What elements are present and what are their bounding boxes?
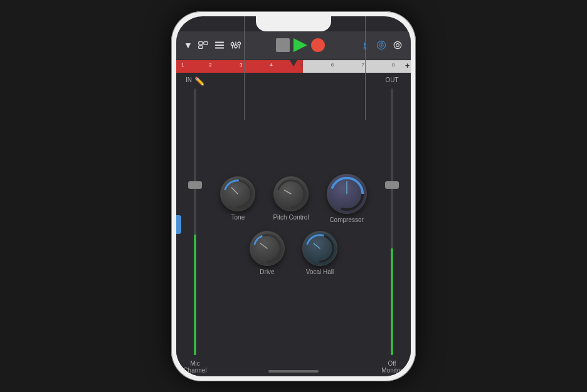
in-fader-thumb[interactable]	[188, 181, 202, 189]
toolbar: ▼	[176, 31, 411, 60]
compressor-knob-container: Compressor	[327, 174, 367, 223]
ruler-1: 1	[181, 62, 184, 68]
ruler-6: 6	[331, 62, 334, 68]
toolbar-left: ▼	[184, 40, 241, 51]
settings-icon[interactable]	[392, 40, 403, 51]
in-label: IN	[186, 77, 192, 83]
notch	[256, 16, 331, 31]
knobs-row-2: Drive Vocal Hall	[250, 231, 337, 275]
ruler-3: 3	[240, 62, 242, 68]
in-fader[interactable]	[194, 88, 196, 355]
playhead[interactable]	[290, 60, 297, 68]
pitch-control-knob-container: Pitch Control	[273, 176, 309, 221]
drive-label: Drive	[260, 268, 274, 275]
record-button[interactable]	[311, 38, 325, 52]
ruler-2: 2	[209, 62, 211, 68]
ruler-4: 4	[270, 62, 273, 68]
list-icon[interactable]	[214, 40, 225, 51]
compressor-knob[interactable]	[327, 174, 367, 214]
toolbar-right	[359, 40, 403, 51]
main-content: IN ✏️ Mic Channel	[176, 73, 411, 376]
compressor-label: Compressor	[329, 216, 363, 223]
svg-rect-4	[215, 45, 224, 46]
knobs-row-1: Tone Pitch Control	[220, 174, 366, 223]
knobs-area: Tone Pitch Control	[214, 73, 373, 376]
tone-knob[interactable]	[220, 176, 255, 211]
toolbar-center	[276, 38, 325, 52]
drive-knob[interactable]	[250, 231, 285, 266]
timeline[interactable]: 1 2 3 4 5 6 7 8 +	[176, 60, 411, 73]
ruler-8: 8	[392, 62, 394, 68]
svg-point-9	[231, 43, 234, 46]
channel-strip-in: IN ✏️ Mic Channel	[176, 73, 214, 376]
out-level-meter	[391, 248, 393, 355]
in-header: IN ✏️	[186, 77, 204, 86]
svg-line-24	[232, 188, 238, 194]
pitch-control-knob[interactable]	[273, 176, 309, 211]
svg-point-10	[235, 45, 238, 48]
svg-rect-5	[215, 48, 224, 49]
tone-knob-container: Tone	[220, 176, 255, 221]
annotation-line-right	[365, 16, 366, 120]
vocal-hall-knob[interactable]	[302, 231, 337, 266]
svg-line-35	[314, 243, 320, 248]
svg-line-17	[381, 41, 383, 43]
in-level-meter	[194, 235, 196, 354]
svg-point-18	[381, 45, 382, 46]
side-panel-indicator[interactable]	[176, 215, 181, 234]
track-view-icon[interactable]	[198, 40, 209, 51]
svg-rect-1	[204, 42, 208, 45]
ruler-7: 7	[361, 62, 364, 68]
add-bar-button[interactable]: +	[405, 61, 410, 70]
vocal-hall-knob-container: Vocal Hall	[302, 231, 337, 275]
out-channel-label: Off Monitor	[381, 360, 402, 374]
svg-rect-2	[199, 46, 203, 49]
channel-strip-out: OUT Off Monitor	[373, 73, 411, 376]
metronome-icon[interactable]	[376, 40, 387, 51]
pencil-icon: ✏️	[194, 77, 204, 86]
svg-marker-21	[290, 60, 297, 66]
svg-line-26	[284, 190, 291, 194]
svg-line-32	[260, 243, 267, 248]
svg-rect-3	[215, 42, 224, 43]
drive-knob-container: Drive	[250, 231, 285, 275]
out-fader-thumb[interactable]	[385, 181, 399, 189]
stop-button[interactable]	[276, 38, 290, 52]
vocal-hall-label: Vocal Hall	[306, 268, 334, 275]
phone-screen: ▼	[176, 16, 411, 376]
tone-label: Tone	[231, 214, 245, 221]
phone-device: ▼	[171, 11, 416, 381]
pitch-control-label: Pitch Control	[273, 214, 309, 221]
out-fader[interactable]	[391, 88, 393, 355]
in-channel-label: Mic Channel	[183, 360, 206, 374]
svg-rect-0	[199, 42, 203, 45]
mixer-sliders-icon[interactable]	[230, 40, 241, 51]
ruler-5: 5	[300, 62, 303, 68]
play-button[interactable]	[294, 38, 307, 52]
out-label: OUT	[385, 77, 398, 83]
svg-point-11	[238, 42, 241, 45]
dropdown-icon[interactable]: ▼	[184, 40, 193, 50]
annotation-line-left	[244, 16, 245, 120]
home-indicator	[268, 370, 319, 373]
svg-point-19	[394, 41, 401, 48]
svg-point-20	[396, 44, 399, 47]
